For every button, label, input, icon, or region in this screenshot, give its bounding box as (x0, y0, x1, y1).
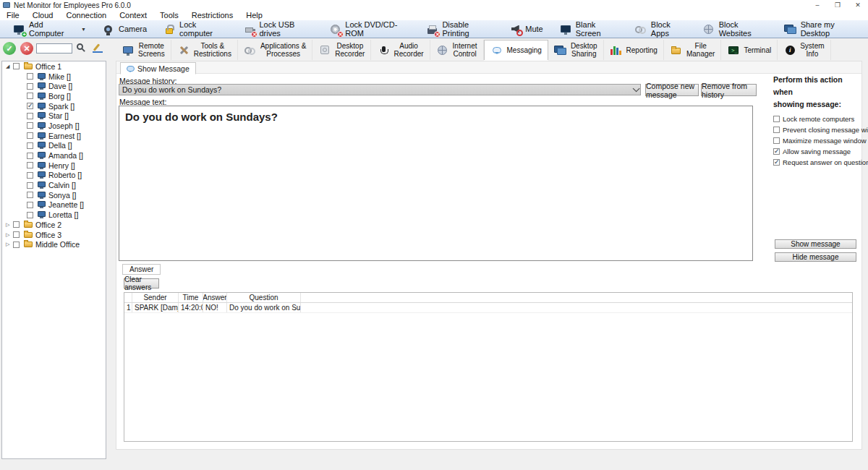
tree-row[interactable]: Sonya [] (2, 190, 106, 200)
tab-reporting[interactable]: Reporting (604, 40, 664, 60)
option-checkbox[interactable] (773, 159, 780, 166)
tree-checkbox[interactable] (27, 113, 33, 119)
tree-checkbox[interactable] (27, 182, 33, 189)
compose-new-message-button[interactable]: Compose new message (645, 84, 699, 96)
mute-button[interactable]: Mute (501, 20, 550, 38)
tab-terminal[interactable]: >_ Terminal (721, 40, 778, 60)
message-history-dropdown[interactable]: Do you do work on Sundays? (119, 84, 641, 95)
add-computer-button[interactable]: + Add Computer ▼ (4, 20, 94, 38)
hide-message-button[interactable]: Hide message (775, 252, 856, 262)
tree-row[interactable]: Amanda [] (2, 150, 106, 161)
tree-row[interactable]: Della [] (2, 141, 106, 151)
answer-row[interactable]: 1 SPARK [Damjan] 14:20:05 NO! Do you do … (124, 303, 852, 313)
tree-row[interactable]: Joseph [] (2, 121, 106, 131)
tree-checkbox[interactable] (27, 162, 33, 168)
block-websites-button[interactable]: Block Websites (694, 20, 776, 38)
tree-row[interactable]: ◢ Office 1 (2, 61, 106, 72)
tree-checkbox[interactable] (27, 212, 33, 218)
tree-row[interactable]: Borg [] (2, 91, 106, 101)
minimize-button[interactable]: – (807, 0, 827, 10)
remove-from-history-button[interactable]: Remove from history (701, 84, 757, 96)
tree-checkbox[interactable] (27, 122, 33, 129)
camera-button[interactable]: Camera (94, 20, 155, 38)
chevron-down-icon[interactable]: ▼ (81, 27, 86, 32)
tab-answer[interactable]: Answer (122, 264, 161, 275)
option-row[interactable]: Request answer on question (773, 157, 861, 168)
tree-checkbox[interactable] (13, 242, 20, 248)
option-row[interactable]: Lock remote computers (773, 114, 861, 124)
tab-tools-restrictions[interactable]: Tools & Restrictions (171, 40, 238, 60)
tree-expander-icon[interactable]: ▷ (6, 222, 13, 228)
tree-row[interactable]: ▷ Office 3 (2, 230, 106, 240)
show-message-button[interactable]: Show message (775, 239, 856, 249)
search-icon[interactable] (77, 43, 83, 50)
tree-checkbox[interactable] (27, 93, 33, 99)
tree-row[interactable]: ▷ Middle Office (2, 239, 106, 249)
menu-item[interactable]: File (0, 10, 26, 20)
lock-dvd-button[interactable]: ✕ Lock DVD/CD-ROM (320, 20, 417, 38)
close-button[interactable]: ✕ (848, 0, 868, 10)
tree-checkbox[interactable] (27, 202, 33, 208)
tree-checkbox[interactable] (13, 221, 20, 228)
option-checkbox[interactable] (773, 148, 780, 155)
menu-item[interactable]: Help (239, 10, 269, 20)
option-row[interactable]: Maximize message window (773, 135, 861, 146)
tree-row[interactable]: Mike [] (2, 72, 106, 82)
tab-remote-screens[interactable]: Remote Screens (116, 40, 171, 60)
tree-row[interactable]: Loretta [] (2, 210, 106, 220)
tab-desktop-sharing[interactable]: Desktop Sharing (548, 40, 604, 60)
message-text-area[interactable]: Do you do work on Sundays? (119, 106, 753, 261)
tree-checkbox[interactable] (27, 192, 33, 198)
tree-row[interactable]: Roberto [] (2, 171, 106, 181)
share-desktop-button[interactable]: Share my Desktop (776, 20, 868, 38)
tree-expander-icon[interactable]: ▷ (6, 232, 13, 238)
tree-row[interactable]: Calvin [] (2, 180, 106, 190)
connect-button[interactable]: ✓ (3, 42, 16, 55)
menu-item[interactable]: Cloud (26, 10, 60, 20)
tree-checkbox[interactable] (27, 83, 33, 90)
tree-checkbox[interactable] (13, 63, 20, 69)
clear-answers-button[interactable]: Clear answers (124, 278, 159, 289)
tree-checkbox[interactable] (13, 231, 20, 238)
menu-item[interactable]: Tools (153, 10, 185, 20)
tree-row[interactable]: Earnest [] (2, 131, 106, 141)
tree-checkbox[interactable] (27, 153, 33, 159)
tab-applications-processes[interactable]: Applications & Processes (238, 40, 312, 60)
lock-usb-button[interactable]: ✕ Lock USB drives (234, 20, 320, 38)
maximize-button[interactable]: ❐ (827, 0, 848, 10)
tree-row[interactable]: Dave [] (2, 81, 106, 91)
tree-checkbox[interactable] (27, 132, 33, 139)
tree-checkbox[interactable] (27, 172, 33, 179)
option-checkbox[interactable] (773, 127, 780, 133)
tree-row[interactable]: Star [] (2, 111, 106, 121)
block-apps-button[interactable]: Block Apps (626, 20, 694, 38)
tab-internet-control[interactable]: Internet Control (430, 40, 484, 60)
tab-file-manager[interactable]: File Manager (664, 40, 721, 60)
lock-computer-button[interactable]: Lock computer (155, 20, 234, 38)
tab-system-info[interactable]: i System Info (778, 40, 830, 60)
tree-row[interactable]: Henry [] (2, 161, 106, 171)
tree-checkbox[interactable] (27, 103, 33, 109)
disconnect-button[interactable]: ✕ (20, 42, 33, 55)
tree-checkbox[interactable] (27, 142, 33, 149)
disable-printing-button[interactable]: ✕ Disable Printing (417, 20, 501, 38)
option-checkbox[interactable] (773, 137, 780, 144)
search-input[interactable] (36, 43, 72, 54)
menu-item[interactable]: Restrictions (185, 10, 239, 20)
option-checkbox[interactable] (773, 116, 780, 122)
tree-row[interactable]: Jeanette [] (2, 200, 106, 210)
blank-screen-button[interactable]: Blank Screen (551, 20, 626, 38)
tree-checkbox[interactable] (27, 73, 33, 80)
tree-row[interactable]: ▷ Office 2 (2, 220, 106, 230)
option-row[interactable]: Prevent closing message window (773, 124, 861, 135)
tree-expander-icon[interactable]: ▷ (6, 242, 13, 247)
menu-item[interactable]: Context (113, 10, 153, 20)
tab-desktop-recorder[interactable]: Desktop Recorder (312, 40, 371, 60)
edit-icon[interactable] (93, 43, 103, 53)
tree-expander-icon[interactable]: ◢ (6, 64, 13, 69)
tab-messaging[interactable]: Messaging (484, 40, 548, 60)
menu-item[interactable]: Connection (59, 10, 113, 20)
tree-row[interactable]: Spark [] (2, 101, 106, 111)
option-row[interactable]: Allow saving message (773, 146, 861, 157)
tab-show-message[interactable]: Show Message (120, 62, 196, 74)
